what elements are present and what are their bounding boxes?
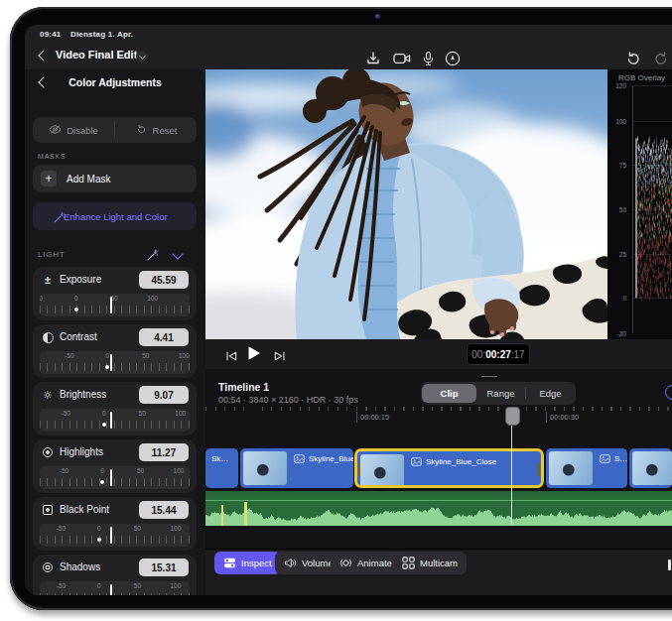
disable-button[interactable]: Disable bbox=[33, 117, 114, 143]
slider-value[interactable]: 9.07 bbox=[139, 386, 189, 404]
skip-back-icon[interactable] bbox=[225, 348, 238, 360]
mode-clip[interactable]: Clip bbox=[422, 384, 476, 403]
clip-skyline-blue-wide[interactable]: Skyline_Blue_Wide bbox=[240, 448, 353, 488]
clip-label: Skyline_Blue_Close bbox=[411, 457, 496, 466]
playhead-handle[interactable] bbox=[505, 407, 520, 426]
ruler-tick-label: -50 bbox=[62, 410, 70, 417]
highlights-icon bbox=[42, 446, 54, 458]
import-icon[interactable] bbox=[365, 51, 381, 66]
slider-ruler[interactable]: -50050100 bbox=[40, 581, 190, 595]
light-section-header: LIGHT bbox=[25, 248, 205, 262]
origin-dot bbox=[74, 308, 78, 311]
clip-partial[interactable] bbox=[629, 448, 672, 488]
mode-edge[interactable]: Edge bbox=[526, 384, 575, 403]
slider-ruler[interactable]: -50050100 bbox=[40, 294, 190, 316]
slider-ruler[interactable]: -50050100 bbox=[40, 466, 190, 489]
clip-name: S… bbox=[614, 454, 627, 463]
animate-button[interactable]: Animate bbox=[331, 552, 401, 574]
slider-label: Black Point bbox=[60, 504, 109, 515]
eye-off-icon bbox=[49, 124, 62, 137]
inspect-button[interactable]: Inspect bbox=[214, 552, 281, 574]
slider-card-exposure: ±Exposure45.59-50050100 bbox=[33, 267, 197, 320]
video-preview[interactable] bbox=[205, 69, 607, 339]
timecode-display: 00:00:27:17 bbox=[467, 343, 530, 365]
slider-row: Black Point15.44 bbox=[33, 501, 197, 521]
timeline-meta: 00:54 · 3840 × 2160 · HDR · 30 fps bbox=[218, 395, 358, 405]
back-icon[interactable] bbox=[38, 50, 49, 61]
slider-ruler[interactable]: -50050100 bbox=[40, 409, 190, 432]
slider-value[interactable]: 45.59 bbox=[139, 271, 189, 289]
trim-handle-left[interactable] bbox=[358, 463, 360, 476]
timeline-name: Timeline 1 bbox=[218, 381, 269, 393]
slider-ruler[interactable]: -50050100 bbox=[40, 524, 190, 547]
timeline-ruler[interactable]: 00:00:1500:00:30 bbox=[205, 407, 672, 425]
camera-icon[interactable] bbox=[393, 51, 411, 66]
slider-ruler[interactable]: -50050100 bbox=[40, 351, 190, 374]
microphone-icon[interactable] bbox=[422, 51, 435, 66]
project-title[interactable]: Video Final Edit bbox=[56, 49, 137, 61]
slider-label: Shadows bbox=[60, 561, 100, 572]
enhance-light-color-button[interactable]: Enhance Light and Color bbox=[33, 202, 197, 230]
ruler-tick-label: 100 bbox=[175, 410, 186, 417]
exposure-icon-glyph: ± bbox=[45, 275, 51, 286]
marketing-page: 09:41 Dienstag 1. Apr. Video Final Edit … bbox=[0, 0, 672, 621]
pencil-icon[interactable] bbox=[445, 51, 461, 66]
slider-value[interactable]: 15.44 bbox=[139, 501, 189, 519]
timeline-area: Timeline 1 00:54 · 3840 × 2160 · HDR · 3… bbox=[205, 369, 672, 595]
volume-icon bbox=[284, 557, 297, 569]
redo-icon[interactable] bbox=[653, 51, 669, 66]
skip-forward-icon[interactable] bbox=[273, 348, 286, 360]
trim-handle-right[interactable] bbox=[538, 463, 540, 476]
scope-waveform bbox=[632, 85, 672, 333]
collapse-chevron-icon[interactable] bbox=[172, 248, 183, 259]
project-dropdown[interactable] bbox=[136, 51, 148, 62]
scope-axis-label: 25 bbox=[619, 250, 626, 257]
toolbar-button-label: Animate bbox=[357, 558, 392, 568]
multicam-button[interactable]: Multicam bbox=[393, 552, 467, 574]
ruler-tick-label: -50 bbox=[57, 582, 66, 589]
slider-row: ±Exposure45.59 bbox=[33, 271, 197, 291]
black-point-icon-glyph bbox=[43, 505, 53, 515]
clip-thumbnail bbox=[360, 454, 404, 488]
slider-label: Highlights bbox=[60, 446, 103, 457]
value-indicator bbox=[110, 297, 112, 313]
clip-s-[interactable]: S… bbox=[546, 448, 627, 488]
origin-dot bbox=[97, 538, 101, 542]
clip-skyline-blue-close[interactable]: Skyline_Blue_Close bbox=[354, 448, 544, 488]
slider-value[interactable]: 4.41 bbox=[139, 328, 189, 346]
black-point-icon bbox=[42, 504, 54, 516]
reset-button[interactable]: Reset bbox=[115, 117, 197, 143]
scope-axis-label: 0 bbox=[622, 295, 626, 302]
clip-name: Skyline_Blue_Close bbox=[426, 457, 496, 466]
ruler-tick-label: 50 bbox=[139, 410, 146, 417]
ruler-tick-label: 50 bbox=[134, 525, 141, 532]
mode-range[interactable]: Range bbox=[476, 384, 525, 403]
top-header: 09:41 Dienstag 1. Apr. Video Final Edit bbox=[25, 25, 672, 70]
scope-axis-label: -20 bbox=[617, 330, 626, 337]
clip-sk-[interactable]: Sk… bbox=[205, 448, 238, 488]
image-icon bbox=[600, 454, 610, 463]
value-indicator bbox=[110, 354, 112, 371]
slider-row: Contrast4.41 bbox=[33, 328, 197, 348]
audio-waveform-track[interactable] bbox=[205, 491, 672, 526]
timecode-hours: 00: bbox=[471, 349, 485, 360]
auto-enhance-wand-icon[interactable] bbox=[146, 248, 159, 261]
ruler-tick-label: 0 bbox=[97, 525, 101, 532]
inspect-icon bbox=[223, 557, 236, 569]
play-icon[interactable] bbox=[247, 345, 261, 362]
value-indicator bbox=[110, 412, 112, 429]
ruler-ticks bbox=[40, 536, 190, 544]
slider-value[interactable]: 11.27 bbox=[139, 443, 189, 461]
add-mask-button[interactable]: + Add Mask bbox=[33, 165, 197, 192]
panel-header: Color Adjustments bbox=[25, 69, 205, 97]
status-time: 09:41 bbox=[40, 30, 61, 39]
slider-row: ☼Brightness9.07 bbox=[33, 386, 197, 406]
undo-icon[interactable] bbox=[625, 51, 641, 66]
slider-value[interactable]: 15.31 bbox=[139, 559, 189, 576]
clock-icon[interactable] bbox=[665, 385, 672, 400]
clip-name: Sk… bbox=[211, 454, 228, 463]
clip-label: Skyline_Blue_Wide bbox=[294, 454, 353, 463]
partial-button-edge bbox=[668, 559, 671, 570]
clip-thumbnail bbox=[632, 451, 672, 485]
chevron-down-icon bbox=[138, 52, 145, 59]
